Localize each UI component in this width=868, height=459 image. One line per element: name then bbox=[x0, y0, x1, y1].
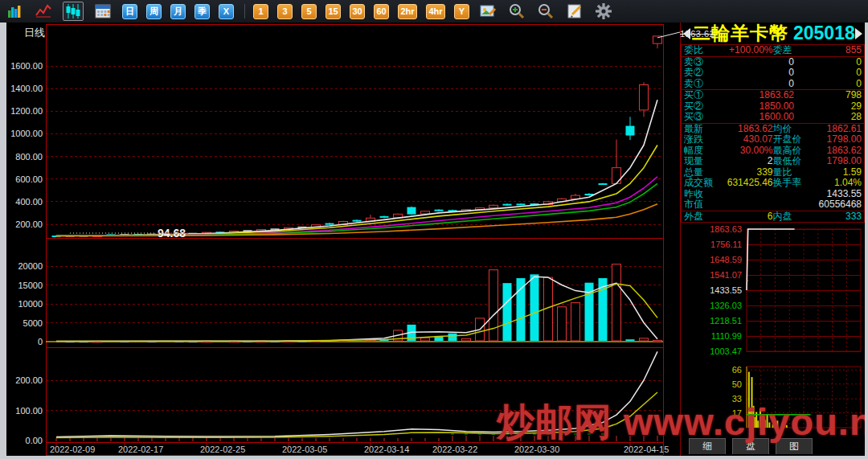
mini-chart-level-label: 1110.99 bbox=[711, 331, 742, 341]
stat-label: 最新 bbox=[684, 124, 703, 135]
mini-chart-level-label: 1003.47 bbox=[710, 346, 742, 356]
stat-value: 1863.62 bbox=[802, 145, 862, 157]
stat-value: 855 bbox=[792, 45, 862, 56]
stat-label: 市值 bbox=[684, 199, 703, 211]
stats-box-row: 总量339量比1.59 bbox=[682, 167, 864, 178]
ask-label: 卖③ bbox=[684, 57, 718, 68]
stats-box-row: 成交额631425.46换手率1.04% bbox=[682, 178, 864, 189]
date-axis-label: 2022-03-22 bbox=[432, 445, 477, 454]
zoom-in-icon[interactable] bbox=[507, 2, 526, 20]
period-button-季[interactable]: 季 bbox=[194, 4, 210, 19]
price-axis-tick: 200.00 bbox=[15, 219, 43, 229]
stat-value: 1433.55 bbox=[703, 189, 862, 200]
indicator-axis-tick: 100.00 bbox=[15, 406, 43, 416]
mini-chart-level-label: 1541.07 bbox=[710, 270, 742, 280]
stat-value: 1798.00 bbox=[802, 156, 862, 167]
quote-tab-盘[interactable]: 盘 bbox=[732, 438, 769, 454]
quote-tab-细[interactable]: 细 bbox=[689, 438, 726, 454]
calendar-icon[interactable] bbox=[93, 2, 113, 20]
bid-label: 买③ bbox=[684, 112, 718, 123]
trading-terminal: 日周月季X1351530602hr4hrY 日线 1600.001400.001… bbox=[0, 0, 868, 459]
period-button-周[interactable]: 周 bbox=[146, 4, 162, 19]
mini-volume-tick: 50 bbox=[732, 379, 742, 389]
kline-chart-region[interactable]: 日线 1600.001400.001200.001000.00800.00600… bbox=[6, 23, 681, 459]
stats-box: 最新1863.62均价1862.61涨跌430.07开盘价1798.00幅度30… bbox=[681, 123, 865, 211]
candlestick-icon[interactable] bbox=[63, 2, 84, 21]
stat-value: 1.59 bbox=[792, 167, 862, 178]
stats-box-row: 市值60556468 bbox=[682, 199, 864, 211]
volume-axis-tick: 0 bbox=[38, 337, 43, 346]
date-axis-label: 2022-02-09 bbox=[50, 445, 95, 454]
symbol-code: 205018 bbox=[793, 23, 855, 44]
next-symbol-arrow-icon[interactable] bbox=[855, 28, 862, 39]
period-button-60[interactable]: 60 bbox=[374, 4, 389, 19]
quote-panel: 二輪羊卡幣 205018 委比+100.00%委差855卖③00卖②00卖①00… bbox=[680, 23, 865, 459]
period-button-5[interactable]: 5 bbox=[301, 4, 317, 19]
period-button-30[interactable]: 30 bbox=[350, 4, 365, 19]
bid-row: 买③1600.0028 bbox=[682, 112, 864, 123]
mini-chart-level-label: 1756.11 bbox=[710, 240, 742, 249]
stat-value: 6 bbox=[703, 211, 773, 223]
price-axis-tick: 1400.00 bbox=[10, 84, 43, 93]
period-button-日[interactable]: 日 bbox=[122, 4, 137, 19]
bid-levels: 买①1863.62798买②1850.0029买③1600.0028 bbox=[681, 89, 865, 123]
stat-label: 开盘价 bbox=[773, 134, 802, 145]
period-button-Y[interactable]: Y bbox=[454, 4, 469, 19]
bid-price: 1600.00 bbox=[718, 112, 821, 123]
bid-amount: 28 bbox=[821, 112, 862, 123]
date-axis-label: 2022-03-30 bbox=[514, 445, 559, 454]
quote-tab-图[interactable]: 图 bbox=[776, 438, 813, 454]
mini-chart-level-label: 1863.63 bbox=[710, 224, 742, 234]
kline-chart[interactable]: 1600.001400.001200.001000.00800.00600.00… bbox=[6, 23, 681, 459]
ask-row: 卖③00 bbox=[682, 57, 864, 68]
bid-row: 买①1863.62798 bbox=[682, 90, 864, 101]
indicator-axis-tick: 200.00 bbox=[15, 375, 43, 385]
ask-price: 0 bbox=[718, 57, 821, 68]
right-edge bbox=[865, 23, 868, 459]
period-button-1[interactable]: 1 bbox=[253, 4, 268, 19]
price-axis-tick: 1600.00 bbox=[10, 61, 43, 71]
line-chart-icon[interactable] bbox=[34, 2, 53, 20]
stat-label: 量比 bbox=[773, 167, 792, 178]
period-button-15[interactable]: 15 bbox=[326, 4, 341, 19]
screenshot-icon[interactable] bbox=[478, 2, 497, 20]
current-price-label: 1863.62 bbox=[680, 29, 714, 39]
stat-label: 委差 bbox=[773, 45, 792, 56]
edit-icon[interactable] bbox=[565, 2, 584, 20]
period-button-4hr[interactable]: 4hr bbox=[426, 4, 445, 19]
bar-chart-icon[interactable] bbox=[5, 2, 24, 20]
intraday-mini-chart[interactable]: 1863.631756.111648.591541.071433.551326.… bbox=[681, 223, 864, 359]
stat-label: 幅度 bbox=[684, 145, 703, 157]
stat-value: 2 bbox=[703, 156, 773, 167]
period-button-2hr[interactable]: 2hr bbox=[398, 4, 417, 19]
settings-icon[interactable] bbox=[594, 2, 613, 20]
stats-box-row: 幅度30.00%最高价1863.62 bbox=[682, 145, 864, 157]
zoom-out-icon[interactable] bbox=[536, 2, 555, 20]
stat-label: 委比 bbox=[684, 45, 703, 56]
stat-value: 430.07 bbox=[703, 134, 773, 145]
intraday-volume-chart[interactable]: 66503317 bbox=[681, 362, 864, 434]
stat-value: 339 bbox=[703, 167, 773, 178]
stat-label: 现量 bbox=[684, 156, 703, 167]
date-axis-label: 2022-03-14 bbox=[364, 445, 409, 454]
bid-price: 1863.62 bbox=[718, 90, 821, 101]
bid-price: 1850.00 bbox=[718, 101, 821, 113]
ask-label: 卖② bbox=[684, 68, 718, 79]
stat-label: 外盘 bbox=[684, 211, 703, 223]
period-button-X[interactable]: X bbox=[219, 4, 234, 19]
stat-label: 内盘 bbox=[773, 211, 792, 223]
stats-box-row: 昨收1433.55 bbox=[682, 189, 864, 200]
price-axis-tick: 600.00 bbox=[15, 174, 43, 184]
stat-value: 1862.61 bbox=[792, 124, 862, 135]
indicator-axis-tick: 0.00 bbox=[26, 436, 43, 445]
left-edge bbox=[0, 23, 6, 459]
ask-row: 卖①00 bbox=[682, 79, 864, 90]
date-axis-label: 2022-03-05 bbox=[282, 445, 327, 454]
ask-amount: 0 bbox=[821, 57, 862, 68]
stats-box-row: 最新1863.62均价1862.61 bbox=[682, 124, 864, 135]
weibi-box-row: 委比+100.00%委差855 bbox=[682, 45, 864, 56]
toolbar-separator bbox=[244, 4, 245, 18]
stats-box-row: 现量2最低价1798.00 bbox=[682, 156, 864, 167]
period-button-月[interactable]: 月 bbox=[170, 4, 186, 19]
period-button-3[interactable]: 3 bbox=[277, 4, 293, 19]
